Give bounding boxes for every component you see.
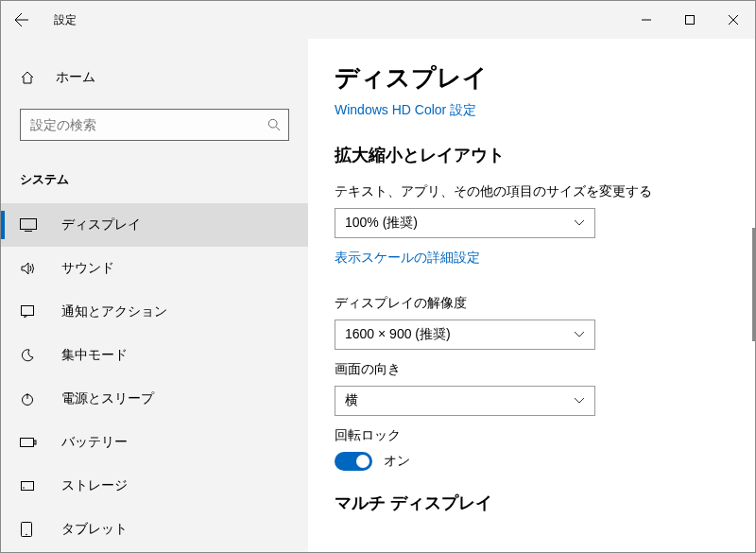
rotation-lock-label: 回転ロック xyxy=(335,427,729,444)
window-title: 設定 xyxy=(43,12,77,28)
sidebar-item-label: 電源とスリープ xyxy=(61,390,154,407)
close-button[interactable] xyxy=(712,5,755,35)
sidebar: ホーム システム ディスプレイ サウンド 通知とアクション xyxy=(1,39,308,552)
home-button[interactable]: ホーム xyxy=(1,61,308,94)
chevron-down-icon xyxy=(574,397,585,405)
sound-icon xyxy=(20,261,39,276)
moon-icon xyxy=(20,348,39,363)
svg-point-10 xyxy=(26,534,27,536)
sidebar-item-label: 通知とアクション xyxy=(61,303,167,320)
arrow-left-icon xyxy=(14,12,29,27)
sidebar-item-storage[interactable]: ストレージ xyxy=(1,464,308,508)
main-content: ディスプレイ Windows HD Color 設定 拡大縮小とレイアウト テキ… xyxy=(308,39,755,552)
search-icon xyxy=(267,118,281,131)
hd-color-link[interactable]: Windows HD Color 設定 xyxy=(335,102,476,119)
sidebar-item-notifications[interactable]: 通知とアクション xyxy=(1,290,308,334)
category-header: システム xyxy=(1,160,308,203)
svg-rect-2 xyxy=(21,219,37,230)
sidebar-item-focus[interactable]: 集中モード xyxy=(1,334,308,377)
svg-rect-0 xyxy=(686,16,695,25)
home-label: ホーム xyxy=(56,69,95,86)
minimize-icon xyxy=(642,15,651,25)
sidebar-item-battery[interactable]: バッテリー xyxy=(1,421,308,464)
svg-rect-6 xyxy=(34,441,36,444)
resolution-select[interactable]: 1600 × 900 (推奨) xyxy=(335,320,595,350)
search-input[interactable] xyxy=(30,117,267,132)
monitor-icon xyxy=(20,218,39,232)
notifications-icon xyxy=(20,304,39,320)
sidebar-item-display[interactable]: ディスプレイ xyxy=(1,203,308,247)
sidebar-item-power[interactable]: 電源とスリープ xyxy=(1,377,308,421)
home-icon xyxy=(20,70,39,85)
sidebar-item-tablet[interactable]: タブレット xyxy=(1,508,308,551)
svg-rect-3 xyxy=(22,306,34,316)
search-box[interactable] xyxy=(20,109,289,141)
section-scale-title: 拡大縮小とレイアウト xyxy=(335,144,729,166)
battery-icon xyxy=(20,437,39,448)
tablet-icon xyxy=(20,522,39,537)
maximize-icon xyxy=(685,15,695,25)
scale-select[interactable]: 100% (推奨) xyxy=(335,208,595,238)
titlebar: 設定 xyxy=(1,1,755,39)
section-multi-title: マルチ ディスプレイ xyxy=(335,492,729,514)
svg-point-8 xyxy=(23,487,25,489)
page-title: ディスプレイ xyxy=(335,61,729,95)
close-icon xyxy=(729,15,738,25)
orientation-label: 画面の向き xyxy=(335,361,729,378)
rotation-lock-toggle[interactable] xyxy=(335,452,372,471)
orientation-select[interactable]: 横 xyxy=(335,386,595,416)
scrollbar[interactable] xyxy=(752,228,755,341)
sidebar-item-label: サウンド xyxy=(61,260,114,277)
sidebar-item-label: ストレージ xyxy=(61,477,128,494)
storage-icon xyxy=(20,478,39,493)
rotation-lock-value: オン xyxy=(384,453,410,470)
advanced-scale-link[interactable]: 表示スケールの詳細設定 xyxy=(335,250,480,267)
back-button[interactable] xyxy=(1,1,43,39)
scale-value: 100% (推奨) xyxy=(345,215,418,232)
minimize-button[interactable] xyxy=(625,5,668,35)
orientation-value: 横 xyxy=(345,392,358,409)
svg-rect-5 xyxy=(21,439,34,447)
sidebar-item-label: 集中モード xyxy=(61,347,128,364)
sidebar-item-sound[interactable]: サウンド xyxy=(1,247,308,290)
sidebar-item-label: ディスプレイ xyxy=(61,216,141,233)
scale-label: テキスト、アプリ、その他の項目のサイズを変更する xyxy=(335,183,729,200)
svg-point-1 xyxy=(268,119,277,128)
sidebar-item-label: バッテリー xyxy=(61,434,128,451)
resolution-label: ディスプレイの解像度 xyxy=(335,295,729,312)
resolution-value: 1600 × 900 (推奨) xyxy=(345,326,451,343)
power-icon xyxy=(20,391,39,406)
chevron-down-icon xyxy=(574,331,585,338)
chevron-down-icon xyxy=(574,219,585,227)
svg-rect-7 xyxy=(22,482,34,491)
maximize-button[interactable] xyxy=(668,5,712,35)
sidebar-item-label: タブレット xyxy=(61,521,128,538)
